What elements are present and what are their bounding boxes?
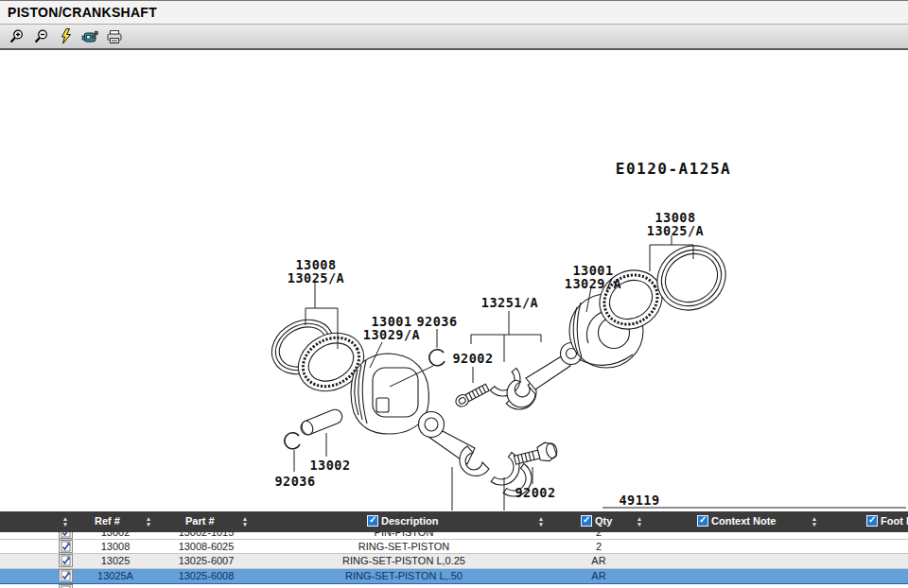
part-label-13251A[interactable]: 13251/A: [481, 295, 538, 310]
sort-icon-select-col[interactable]: [61, 516, 70, 528]
zoom-in-icon[interactable]: [7, 27, 26, 46]
cell-description: PIN-PISTON: [257, 532, 550, 539]
part-label-13002[interactable]: 13002: [309, 458, 350, 473]
note-edit-icon[interactable]: [59, 569, 73, 582]
diagram-toolbar: [0, 25, 908, 50]
cell-context-note: [682, 569, 805, 582]
cell-foot-note: [837, 532, 903, 539]
checkbox-qty-column[interactable]: [581, 515, 592, 527]
part-label-92036-bottom[interactable]: 92036: [274, 474, 315, 489]
cell-ref: 13025A: [78, 569, 153, 582]
column-header-qty: Qty: [595, 515, 612, 527]
sort-icon-part[interactable]: [240, 516, 250, 528]
table-row-clip: 13002 13002-1015 PIN-PISTON 2: [0, 532, 908, 540]
checkbox-foot-note-column[interactable]: [866, 515, 878, 527]
column-header-foot-note: Foot Note: [881, 515, 908, 527]
part-label-13029A-right[interactable]: 13029/A: [565, 276, 621, 291]
table-row[interactable]: 13025 13025-6007 RING-SET-PISTON L,0.25 …: [0, 554, 908, 569]
exploded-parts-diagram[interactable]: E0120-A125A 13008 13025/A 13001 13029/A …: [0, 50, 908, 511]
part-label-49119[interactable]: 49119: [619, 493, 659, 508]
checkbox-context-note-column[interactable]: [697, 515, 708, 527]
table-row-clip: [0, 584, 908, 588]
cell-qty: 2: [570, 540, 627, 553]
column-header-part: Part #: [185, 515, 215, 527]
table-row-selected[interactable]: 13025A 13025-6008 RING-SET-PISTON L,.50 …: [0, 569, 908, 584]
cell-part: 13025-6007: [154, 554, 258, 567]
part-label-92002-lower[interactable]: 92002: [515, 485, 555, 500]
page-title: PISTON/CRANKSHAFT: [8, 5, 157, 20]
pan-icon[interactable]: [80, 27, 99, 46]
print-icon[interactable]: [105, 27, 124, 46]
part-label-13025A-left[interactable]: 13025/A: [288, 270, 344, 285]
cell-part: 13008-6025: [154, 540, 258, 553]
sort-icon-description[interactable]: [536, 516, 546, 528]
cell-description: RING-SET-PISTON L,.50: [257, 569, 550, 582]
cell-ref: 13025: [78, 554, 153, 567]
table-row[interactable]: [0, 584, 908, 588]
cell-context-note: [682, 554, 805, 567]
cell-qty: 2: [570, 532, 627, 539]
part-label-92036-top[interactable]: 92036: [416, 314, 457, 329]
cell-context-note: [682, 540, 805, 553]
column-header-context-note: Context Note: [711, 515, 776, 527]
cell-foot-note: [837, 540, 903, 553]
column-header-description: Description: [381, 515, 439, 527]
diagram-code: E0120-A125A: [616, 160, 731, 178]
part-label-13025A-right[interactable]: 13025/A: [647, 223, 704, 238]
parts-table-header: Ref # Part # Description Qty Context Not…: [0, 511, 908, 532]
part-label-92002-upper[interactable]: 92002: [452, 351, 493, 366]
cell-qty: AR: [570, 569, 627, 582]
note-edit-icon[interactable]: [59, 540, 73, 553]
title-bar: PISTON/CRANKSHAFT: [0, 1, 908, 25]
cell-part: 13002-1015: [154, 532, 258, 539]
cell-description: RING-SET-PISTON: [257, 540, 550, 553]
table-row[interactable]: 13008 13008-6025 RING-SET-PISTON 2: [0, 540, 908, 554]
hotspot-lightning-icon[interactable]: [56, 27, 75, 46]
cell-part: 13025-6008: [154, 569, 258, 582]
parts-catalog-window: PISTON/CRANKSHAFT: [0, 0, 908, 588]
cell-qty: AR: [570, 554, 627, 567]
note-edit-icon[interactable]: [59, 584, 73, 588]
cell-context-note: [682, 532, 805, 539]
sort-icon-qty[interactable]: [635, 516, 644, 528]
cell-ref: 13008: [78, 540, 153, 553]
sort-icon-ref[interactable]: [144, 516, 153, 528]
cell-foot-note: [837, 554, 903, 567]
column-header-ref: Ref #: [95, 515, 120, 527]
checkbox-description-column[interactable]: [367, 515, 378, 527]
table-row[interactable]: 13002 13002-1015 PIN-PISTON 2: [0, 532, 908, 540]
part-label-13029A-left[interactable]: 13029/A: [363, 327, 420, 342]
parts-table: Ref # Part # Description Qty Context Not…: [0, 511, 908, 588]
cell-foot-note: [837, 569, 903, 582]
cell-description: RING-SET-PISTON L,0.25: [257, 554, 550, 567]
zoom-out-icon[interactable]: [31, 27, 50, 46]
note-edit-icon[interactable]: [59, 554, 73, 567]
sort-icon-context-note[interactable]: [810, 516, 819, 528]
cell-ref: 13002: [78, 532, 153, 539]
note-edit-icon[interactable]: [59, 532, 73, 539]
